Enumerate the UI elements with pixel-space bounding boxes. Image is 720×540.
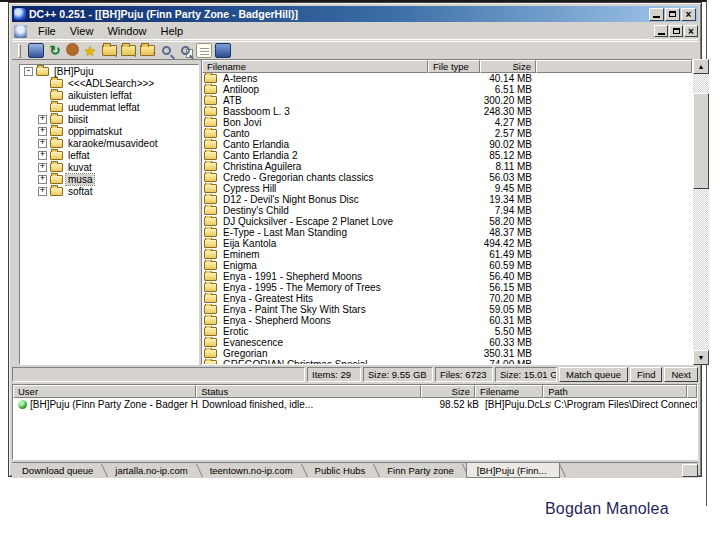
public-hubs-icon[interactable] (28, 43, 44, 58)
file-row[interactable]: GREGORIAN Christmas Special74.00 MB (202, 359, 692, 365)
file-row[interactable]: Erotic5.50 MB (202, 326, 692, 337)
search-icon[interactable] (158, 43, 174, 58)
toolbar-grip[interactable] (18, 44, 21, 58)
expand-icon[interactable]: + (38, 151, 47, 160)
transfers-column-status[interactable]: Status (196, 385, 421, 398)
menu-file[interactable]: File (31, 23, 63, 39)
tree-item[interactable]: +softat (20, 185, 198, 197)
file-row[interactable]: Enya - Paint The Sky With Stars59.05 MB (202, 304, 692, 315)
column-header-file-type[interactable]: File type (428, 60, 480, 73)
folder-icon (50, 139, 63, 148)
transfers-column-path[interactable]: Path (543, 385, 687, 398)
menu-view[interactable]: View (63, 23, 101, 39)
tree-item[interactable]: +leffat (20, 149, 198, 161)
scroll-up-button[interactable]: ▲ (693, 59, 709, 74)
expand-icon[interactable]: + (38, 163, 47, 172)
directory-tree-pane[interactable]: -[BH]Puju<<<ADLSearch>>>aikuisten leffat… (19, 64, 199, 365)
transfers-column-filename[interactable]: Filename (475, 385, 543, 398)
file-row[interactable]: Destiny's Child7.94 MB (202, 205, 692, 216)
file-row[interactable]: Enya - 1991 - Shepherd Moons56.40 MB (202, 271, 692, 282)
tab-scroll-button[interactable] (682, 464, 698, 477)
next-button[interactable]: Next (664, 367, 698, 382)
reconnect-icon[interactable]: ↻ (47, 43, 63, 58)
file-row[interactable]: Enya - 1995 - The Memory of Trees56.15 M… (202, 282, 692, 293)
file-row[interactable]: Antiloop6.51 MB (202, 84, 692, 95)
file-row[interactable]: Bassboom L. 3248.30 MB (202, 106, 692, 117)
file-list-pane[interactable]: FilenameFile typeSize A-teens40.14 MBAnt… (201, 59, 693, 365)
tab-public-hubs[interactable]: Public Hubs (305, 463, 378, 478)
expand-icon[interactable]: + (38, 139, 47, 148)
match-queue-button[interactable]: Match queue (559, 367, 628, 382)
scrollbar-thumb[interactable] (693, 93, 709, 189)
column-header-filename[interactable]: Filename (202, 60, 428, 73)
file-row[interactable]: Cypress Hill9.45 MB (202, 183, 692, 194)
finished-downloads-icon[interactable]: ↓ (120, 43, 136, 58)
file-list-scrollbar[interactable]: ▲ ▼ (693, 59, 709, 365)
file-row[interactable]: Eminem61.49 MB (202, 249, 692, 260)
find-button[interactable]: Find (630, 367, 662, 382)
child-close-button[interactable]: × (684, 25, 698, 37)
tab-bh-puju-finn[interactable]: [BH]Puju (Finn... (466, 463, 560, 478)
tab-jartalla-no-ip-com[interactable]: jartalla.no-ip.com (105, 463, 199, 478)
tree-item[interactable]: +karaoke/musavideot (20, 137, 198, 149)
minimize-button[interactable] (649, 8, 664, 21)
download-queue-icon[interactable]: ↓ (101, 43, 117, 58)
tree-item[interactable]: <<<ADLSearch>>> (20, 77, 198, 89)
file-row[interactable]: D12 - Devil's Night Bonus Disc19.34 MB (202, 194, 692, 205)
file-row[interactable]: A-teens40.14 MB (202, 73, 692, 84)
tab-teentown-no-ip-com[interactable]: teentown.no-ip.com (200, 463, 305, 478)
tab-finn-party-zone[interactable]: Finn Party zone (377, 463, 466, 478)
child-window-icon[interactable] (14, 25, 27, 38)
title-bar[interactable]: DC++ 0.251 - [[BH]Puju (Finn Party Zone … (12, 6, 698, 22)
file-row[interactable]: DJ Quicksilver - Escape 2 Planet Love58.… (202, 216, 692, 227)
expand-icon[interactable]: + (38, 115, 47, 124)
expand-icon[interactable]: + (38, 127, 47, 136)
child-restore-button[interactable] (669, 25, 683, 37)
tab-download-queue[interactable]: Download queue (12, 463, 105, 478)
tree-item[interactable]: +biisit (20, 113, 198, 125)
expand-icon[interactable]: + (38, 175, 47, 184)
file-row[interactable]: Christina Aguilera8.11 MB (202, 161, 692, 172)
transfers-column-user[interactable]: User (13, 385, 196, 398)
transfers-pane[interactable]: UserStatusSizeFilenamePath [BH]Puju (Fin… (12, 384, 698, 460)
menu-window[interactable]: Window (100, 23, 153, 39)
notepad-icon[interactable] (196, 43, 212, 58)
file-row[interactable]: Enigma60.59 MB (202, 260, 692, 271)
file-row[interactable]: Canto2.57 MB (202, 128, 692, 139)
transfers-column-size[interactable]: Size (421, 385, 475, 398)
expand-icon[interactable]: + (38, 187, 47, 196)
restore-button[interactable] (665, 8, 680, 21)
file-row[interactable]: Evanescence60.33 MB (202, 337, 692, 348)
file-row[interactable]: E-Type - Last Man Standing48.37 MB (202, 227, 692, 238)
file-row[interactable]: Bon Jovi4.27 MB (202, 117, 692, 128)
file-row[interactable]: Enya - Shepherd Moons60.31 MB (202, 315, 692, 326)
file-name-cell: Enya - 1995 - The Memory of Trees (202, 282, 428, 293)
tree-item[interactable]: -[BH]Puju (20, 65, 198, 77)
file-row[interactable]: ATB300.20 MB (202, 95, 692, 106)
search-spy-icon[interactable] (177, 43, 193, 58)
tree-item[interactable]: aikuisten leffat (20, 89, 198, 101)
file-row[interactable]: Canto Erlandia90.02 MB (202, 139, 692, 150)
open-filelist-icon[interactable] (215, 43, 231, 58)
tree-item[interactable]: +oppimatskut (20, 125, 198, 137)
tree-item[interactable]: uudemmat leffat (20, 101, 198, 113)
file-row[interactable]: Canto Erlandia 285.12 MB (202, 150, 692, 161)
transfer-row[interactable]: [BH]Puju (Finn Party Zone - Badger H...)… (13, 398, 697, 410)
collapse-icon[interactable]: - (24, 67, 33, 76)
file-row[interactable]: Gregorian350.31 MB (202, 348, 692, 359)
scroll-down-button[interactable]: ▼ (693, 350, 709, 365)
column-header-size[interactable]: Size (480, 60, 536, 73)
menu-help[interactable]: Help (154, 23, 191, 39)
file-row[interactable]: Enya - Greatest Hits70.20 MB (202, 293, 692, 304)
follow-redirect-icon[interactable] (66, 43, 79, 56)
favorite-hubs-icon[interactable]: ★ (82, 43, 98, 58)
tree-item[interactable]: +musa (20, 173, 198, 185)
finished-uploads-icon[interactable]: ↑ (139, 43, 155, 58)
file-row[interactable]: Credo - Gregorian chants classics56.03 M… (202, 172, 692, 183)
tree-item[interactable]: +kuvat (20, 161, 198, 173)
file-row[interactable]: Eija Kantola494.42 MB (202, 238, 692, 249)
window-title: DC++ 0.251 - [[BH]Puju (Finn Party Zone … (29, 8, 648, 20)
close-button[interactable]: × (681, 8, 696, 21)
file-name-cell: Credo - Gregorian chants classics (202, 172, 428, 183)
child-minimize-button[interactable] (654, 25, 668, 37)
